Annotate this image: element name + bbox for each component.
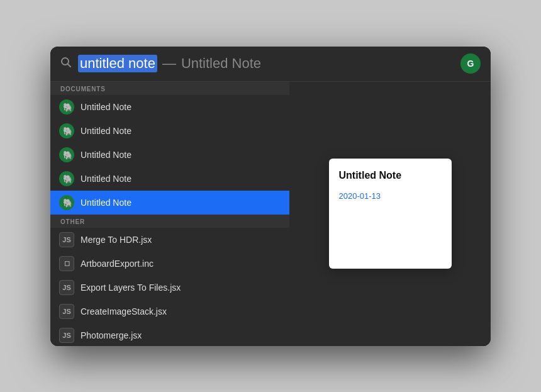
section-header-other: OTHER [50, 215, 289, 228]
document-result-4[interactable]: 🐘 Untitled Note [50, 167, 289, 191]
other-label-2: ArtboardExport.inc [81, 259, 153, 269]
svg-text:🐘: 🐘 [63, 150, 72, 160]
document-result-3[interactable]: 🐘 Untitled Note [50, 143, 289, 167]
document-result-2[interactable]: 🐘 Untitled Note [50, 119, 289, 143]
spotlight-window: untitled note — Untitled Note G DOCUMENT… [50, 47, 491, 346]
file-icon-2: ◻ [59, 256, 74, 271]
document-label-3: Untitled Note [81, 150, 131, 160]
other-label-4: CreateImageStack.jsx [81, 306, 167, 316]
search-input-area[interactable]: untitled note — Untitled Note [78, 55, 454, 72]
search-bar: untitled note — Untitled Note G [50, 47, 491, 82]
svg-text:🐘: 🐘 [63, 198, 72, 208]
svg-line-1 [68, 64, 71, 67]
search-highlighted-text: untitled note [78, 55, 157, 72]
search-suggestion-text: Untitled Note [181, 55, 261, 72]
note-icon-4: 🐘 [59, 171, 74, 186]
other-result-4[interactable]: JS CreateImageStack.jsx [50, 300, 289, 323]
svg-text:🐘: 🐘 [63, 126, 72, 136]
other-result-5[interactable]: JS Photomerge.jsx [50, 323, 289, 346]
document-label-2: Untitled Note [81, 126, 131, 136]
document-label-1: Untitled Note [81, 102, 131, 112]
section-header-documents: DOCUMENTS [50, 82, 289, 95]
note-icon-1: 🐘 [59, 99, 74, 115]
other-result-2[interactable]: ◻ ArtboardExport.inc [50, 252, 289, 276]
file-icon-5: JS [59, 328, 74, 343]
file-icon-3: JS [59, 280, 74, 295]
preview-card: Untitled Note 2020-01-13 [329, 159, 452, 269]
svg-text:🐘: 🐘 [63, 174, 72, 184]
note-icon-2: 🐘 [59, 123, 74, 138]
other-result-3[interactable]: JS Export Layers To Files.jsx [50, 276, 289, 300]
results-list: DOCUMENTS 🐘 Untitled Note 🐘 Untitled Not… [50, 82, 289, 346]
document-label-4: Untitled Note [81, 174, 131, 184]
document-result-1[interactable]: 🐘 Untitled Note [50, 95, 289, 119]
search-separator: — [162, 55, 176, 72]
other-result-1[interactable]: JS Merge To HDR.jsx [50, 228, 289, 252]
note-icon-3: 🐘 [59, 147, 74, 162]
svg-text:🐘: 🐘 [63, 102, 72, 112]
preview-panel: Untitled Note 2020-01-13 [289, 82, 491, 346]
preview-title: Untitled Note [339, 170, 442, 181]
document-label-5: Untitled Note [81, 198, 131, 208]
file-icon-4: JS [59, 304, 74, 319]
other-label-1: Merge To HDR.jsx [81, 235, 152, 245]
note-icon-5: 🐘 [59, 195, 74, 210]
document-result-5[interactable]: 🐘 Untitled Note [50, 191, 289, 215]
preview-date: 2020-01-13 [339, 191, 442, 201]
avatar-button[interactable]: G [460, 53, 481, 74]
other-label-3: Export Layers To Files.jsx [81, 283, 181, 293]
svg-text:G: G [467, 59, 474, 69]
file-icon-1: JS [59, 232, 74, 247]
search-icon [60, 57, 72, 71]
content-area: DOCUMENTS 🐘 Untitled Note 🐘 Untitled Not… [50, 82, 491, 346]
other-label-5: Photomerge.jsx [81, 330, 142, 340]
